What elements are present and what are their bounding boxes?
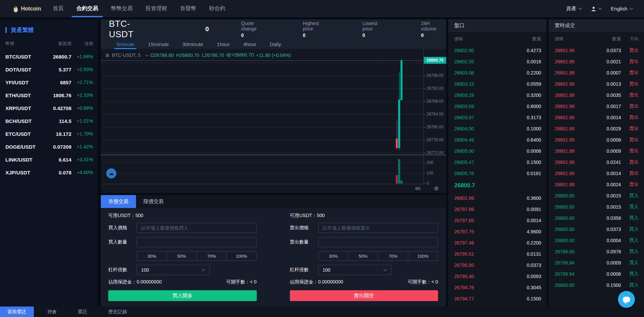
assets-dropdown-label: 資產 (566, 5, 576, 12)
orderbook-bid-row[interactable]: 26795.500.0373 (448, 259, 547, 271)
orderbook-bid-row[interactable]: 26795.510.0131 (448, 248, 547, 259)
orderbook-bid-row[interactable]: 26797.850.0014 (448, 215, 547, 226)
percent-button[interactable]: 70% (197, 252, 227, 260)
price-tick: 26792.00 (427, 86, 443, 91)
percent-button[interactable]: 50% (348, 252, 378, 260)
trade-side: 買入 (621, 215, 639, 221)
price-tick: 26784.00 (427, 112, 443, 117)
sell-open-short-button[interactable]: 賣出開空 (290, 290, 438, 301)
coin-row[interactable]: XJP/USDT0.078+4.00% (0, 166, 98, 179)
bottom-tab[interactable]: 持倉 (40, 307, 64, 317)
coin-row[interactable]: DOT/USDT5.377+2.93% (0, 63, 98, 76)
trade-type-tab[interactable]: 市價交易 (101, 195, 136, 208)
current-price-line (101, 60, 423, 61)
percent-button[interactable]: 30% (319, 252, 348, 260)
orderbook-bid-row[interactable]: 26795.400.0093 (448, 271, 547, 282)
trade-amount: 0.0015 (590, 193, 621, 198)
trade-side: 賣出 (621, 126, 639, 132)
chart-settings-gear-icon[interactable]: ⚙ (434, 185, 439, 192)
buy-available: 可用USDT：500 (108, 213, 257, 219)
chat-button[interactable] (618, 291, 635, 308)
buy-open-long-button[interactable]: 買入開多 (108, 290, 257, 301)
coin-row[interactable]: BTC/USDT26800.7+1.84% (0, 50, 98, 63)
coin-row[interactable]: ETC/USDT18.172+1.70% (0, 127, 98, 140)
orderbook-ask-row[interactable]: 26803.150.0559 (448, 78, 547, 89)
orderbook-ask-row[interactable]: 26802.550.0016 (448, 56, 547, 67)
brand[interactable]: Hotcoin (0, 0, 51, 17)
trade-row: 26800.000.0015買入 (549, 190, 644, 201)
coin-change: +2.33% (71, 92, 93, 98)
orderbook-ask-row[interactable]: 26803.970.3173 (448, 112, 547, 123)
bottom-tab[interactable]: 當前委託 (0, 307, 34, 317)
stat-value: 0 (362, 33, 389, 38)
orderbook-ask-row[interactable]: 26803.080.2200 (448, 67, 547, 78)
assets-dropdown[interactable]: 資產 (566, 5, 581, 12)
timeframe-tab[interactable]: 1hour (217, 39, 230, 49)
orderbook-ask-row[interactable]: 26805.000.0006 (448, 145, 547, 156)
price-gridline (101, 153, 423, 153)
chevron-down-icon (383, 268, 387, 271)
orderbook-ask-row[interactable]: 26805.470.1500 (448, 156, 547, 168)
coin-row[interactable]: XRP/USDT0.42708+0.68% (0, 102, 98, 114)
coin-row[interactable]: BCH/USDT114.5+1.01% (0, 114, 98, 127)
market-stat: Quote change0 (241, 21, 271, 38)
buy-amount-input[interactable] (137, 237, 257, 247)
orderbook-bid-row[interactable]: 26797.754.9600 (448, 226, 547, 237)
nav-item[interactable]: 合約交易 (76, 0, 98, 17)
coin-row[interactable]: ETH/USDT1806.76+2.33% (0, 89, 98, 102)
percent-button[interactable]: 100% (227, 252, 256, 260)
user-dropdown[interactable] (591, 6, 601, 12)
orderbook-ask-row[interactable]: 26802.000.4273 (448, 45, 547, 56)
orderbook-bid-row[interactable]: 26794.770.1500 (448, 293, 547, 304)
price-axis[interactable]: 26800.0026796.0026792.0026788.0026784.00… (423, 49, 446, 184)
trade-row: 26801.990.0241賣出 (549, 156, 644, 168)
coin-row[interactable]: YFI/USDT6857+2.71% (0, 76, 98, 89)
language-dropdown[interactable]: English (611, 6, 632, 12)
timeframe-tab[interactable]: Daily (270, 39, 281, 49)
nav-item[interactable]: 秒合約 (209, 0, 225, 17)
orderbook-ask-row[interactable]: 26803.290.3200 (448, 89, 547, 101)
sell-price-input[interactable] (318, 223, 438, 233)
orderbook-bid-row[interactable]: 26801.990.3600 (448, 192, 547, 204)
trade-row: 26801.990.0009賣出 (549, 145, 644, 156)
nav-item[interactable]: 首發幣 (180, 0, 196, 17)
percent-button[interactable]: 100% (408, 252, 438, 260)
orderbook-bid-row[interactable]: 26794.780.3045 (448, 282, 547, 293)
sell-amount-input[interactable] (318, 237, 438, 247)
bid-amount: 0.0373 (498, 262, 542, 268)
orderbook-bid-row[interactable]: 26797.460.2200 (448, 237, 547, 248)
chart-symbol[interactable]: BTC-USDT, 5 (112, 52, 141, 58)
timeframe-tab[interactable]: 5minute (116, 39, 134, 49)
orderbook-ask-row[interactable]: 26805.760.0181 (448, 168, 547, 179)
ask-amount: 0.0016 (498, 59, 542, 64)
volume-gridline (101, 173, 423, 173)
coin-row[interactable]: DOGE/USDT0.07209+1.42% (0, 140, 98, 153)
orderbook-ask-row[interactable]: 26803.590.8000 (448, 101, 547, 112)
nav-item[interactable]: 幣幣交易 (111, 0, 133, 17)
trade-row: 26800.000.0015買入 (549, 201, 644, 212)
buy-price-input[interactable] (137, 223, 257, 233)
bottom-tab[interactable]: 委託 (70, 307, 95, 317)
trade-price: 26799.94 (555, 271, 590, 277)
timeframe-tab[interactable]: 30minute (182, 39, 203, 49)
coin-change: +2.93% (71, 67, 93, 72)
timeframe-tab[interactable]: 4hour (243, 39, 256, 49)
price-tick: 26796.00 (427, 73, 443, 78)
percent-button[interactable]: 30% (137, 252, 167, 260)
orderbook-bid-row[interactable]: 26797.860.0091 (448, 204, 547, 215)
trade-type-tab[interactable]: 限價交易 (136, 195, 171, 208)
nav-item[interactable]: 投资理财 (145, 0, 167, 17)
trade-side: 買入 (621, 237, 639, 244)
percent-button[interactable]: 50% (167, 252, 197, 260)
buy-form: 可用USDT：500 買入價格 買入數量 30%50%70%100% 杠杆倍數 … (108, 213, 257, 301)
nav-item[interactable]: 首頁 (53, 0, 64, 17)
bottom-tab[interactable]: 歷史記錄 (101, 307, 135, 317)
ask-amount: 0.3200 (498, 92, 542, 98)
sell-leverage-select[interactable]: 100 (318, 265, 391, 275)
percent-button[interactable]: 70% (378, 252, 408, 260)
buy-leverage-select[interactable]: 100 (137, 265, 210, 275)
coin-row[interactable]: LINK/USDT6.614+3.31% (0, 153, 98, 166)
orderbook-ask-row[interactable]: 26804.000.1000 (448, 123, 547, 134)
orderbook-ask-row[interactable]: 26804.490.6400 (448, 134, 547, 145)
timeframe-tab[interactable]: 15minute (148, 39, 169, 49)
